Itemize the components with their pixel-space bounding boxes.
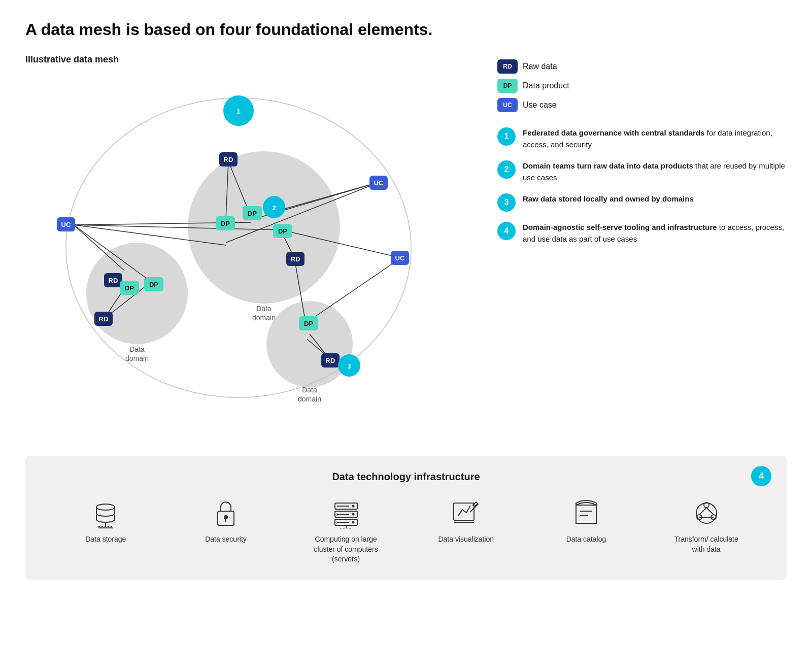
legend-label-uc: Use case <box>523 101 557 110</box>
infra-item-data-catalog: Data catalog <box>551 498 622 545</box>
key-item-text-1: Federated data governance with central s… <box>523 127 787 150</box>
svg-point-73 <box>352 513 354 516</box>
key-item-bold-3: Raw data stored locally and owned by dom… <box>523 194 694 203</box>
infra-label-security: Data security <box>205 535 247 545</box>
legend-badge-uc: UC <box>497 98 518 112</box>
svg-point-9 <box>266 301 353 387</box>
data-viz-icon <box>451 498 481 528</box>
legend-item-dp: DP Data product <box>497 79 787 93</box>
key-number-4: 4 <box>497 222 516 240</box>
svg-text:UC: UC <box>61 221 71 228</box>
infra-label-storage: Data storage <box>85 535 126 545</box>
svg-text:RD: RD <box>224 156 233 163</box>
infra-panel: 4 Data technology infrastructure Data st… <box>25 456 787 580</box>
svg-point-74 <box>352 521 354 524</box>
legend-label-rd: Raw data <box>523 62 557 71</box>
svg-text:domain: domain <box>125 354 149 362</box>
key-item-bold-1: Federated data governance with central s… <box>523 128 704 137</box>
computing-icon <box>331 498 361 528</box>
svg-text:domain: domain <box>298 395 321 403</box>
infra-label-transform: Transform/ calculate with data <box>671 535 742 554</box>
svg-text:DP: DP <box>221 220 230 227</box>
key-item-text-3: Raw data stored locally and owned by dom… <box>523 193 694 205</box>
diagram-svg: 1 Data domain Data domain Data domain <box>25 75 462 441</box>
svg-text:DP: DP <box>278 227 287 235</box>
key-item-1: 1 Federated data governance with central… <box>497 127 787 150</box>
key-number-2: 2 <box>497 160 516 179</box>
left-panel: Illustrative data mesh 1 Data domain Dat… <box>25 54 482 441</box>
svg-text:RD: RD <box>326 357 335 364</box>
right-panel: RD Raw data DP Data product UC Use case … <box>497 54 787 441</box>
infra-label-catalog: Data catalog <box>566 535 606 545</box>
content-area: Illustrative data mesh 1 Data domain Dat… <box>25 54 787 441</box>
svg-text:RD: RD <box>291 255 300 263</box>
legend-badge-dp: DP <box>497 79 518 93</box>
svg-point-62 <box>96 504 115 510</box>
infra-title: Data technology infrastructure <box>46 471 766 483</box>
data-catalog-icon <box>571 498 601 528</box>
svg-line-90 <box>699 508 706 515</box>
svg-text:domain: domain <box>252 314 276 322</box>
svg-text:RD: RD <box>99 315 109 323</box>
infra-label-computing: Computing on large cluster of computers … <box>311 535 382 564</box>
infra-label-viz: Data visualization <box>438 535 494 545</box>
svg-text:UC: UC <box>374 179 384 187</box>
infra-item-data-storage: Data storage <box>70 498 141 545</box>
key-item-bold-2: Domain teams turn raw data into data pro… <box>523 161 693 170</box>
svg-text:2: 2 <box>272 204 276 212</box>
svg-point-72 <box>352 505 354 508</box>
key-number-1: 1 <box>497 127 516 146</box>
legend: RD Raw data DP Data product UC Use case <box>497 59 787 112</box>
key-item-text-2: Domain teams turn raw data into data pro… <box>523 160 787 183</box>
svg-text:3: 3 <box>347 362 351 370</box>
key-item-bold-4: Domain-agnostic self-serve tooling and i… <box>523 223 717 231</box>
infra-item-transform: Transform/ calculate with data <box>671 498 742 554</box>
diagram-container: 1 Data domain Data domain Data domain <box>25 75 462 441</box>
svg-text:DP: DP <box>304 320 313 327</box>
infra-item-data-security: Data security <box>190 498 261 545</box>
infra-number: 4 <box>751 466 771 486</box>
svg-text:Data: Data <box>302 386 317 394</box>
legend-item-rd: RD Raw data <box>497 59 787 74</box>
svg-text:Data: Data <box>256 305 272 313</box>
svg-text:1: 1 <box>236 108 240 115</box>
key-item-3: 3 Raw data stored locally and owned by d… <box>497 193 787 212</box>
infra-icons: Data storage Data security <box>46 498 766 564</box>
key-items: 1 Federated data governance with central… <box>497 127 787 245</box>
key-item-text-4: Domain-agnostic self-serve tooling and i… <box>523 222 787 245</box>
svg-text:UC: UC <box>395 254 405 262</box>
key-item-2: 2 Domain teams turn raw data into data p… <box>497 160 787 183</box>
svg-line-89 <box>706 508 714 515</box>
svg-text:DP: DP <box>149 281 158 288</box>
key-item-4: 4 Domain-agnostic self-serve tooling and… <box>497 222 787 245</box>
diagram-label: Illustrative data mesh <box>25 54 482 65</box>
svg-text:DP: DP <box>125 284 134 292</box>
svg-point-67 <box>224 515 228 519</box>
legend-badge-rd: RD <box>497 59 518 74</box>
infra-item-data-viz: Data visualization <box>430 498 501 545</box>
svg-text:RD: RD <box>109 277 118 284</box>
key-number-3: 3 <box>497 193 516 212</box>
data-storage-icon <box>90 498 121 528</box>
svg-text:DP: DP <box>248 210 257 217</box>
page-title: A data mesh is based on four foundationa… <box>25 20 787 39</box>
legend-item-uc: UC Use case <box>497 98 787 112</box>
transform-icon <box>691 498 722 528</box>
data-security-icon <box>211 498 241 528</box>
svg-text:Data: Data <box>129 345 145 353</box>
infra-item-computing: Computing on large cluster of computers … <box>311 498 382 564</box>
legend-label-dp: Data product <box>523 81 569 90</box>
